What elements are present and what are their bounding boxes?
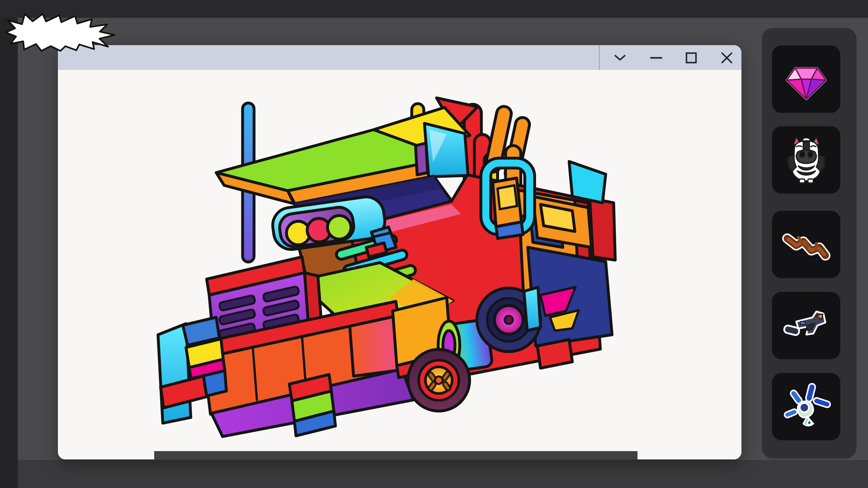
preview-window <box>58 45 741 459</box>
sidebar-item-gem[interactable] <box>772 45 840 113</box>
app-logo <box>2 9 118 54</box>
maximize-icon[interactable] <box>679 49 704 67</box>
branch-icon <box>781 219 831 270</box>
bottom-bar <box>0 460 868 488</box>
minimize-icon[interactable] <box>644 49 669 67</box>
window-title-bar[interactable] <box>58 45 741 70</box>
drone-icon <box>781 382 831 432</box>
truck-illustration <box>152 96 642 459</box>
sidebar-item-zebra[interactable] <box>772 126 840 193</box>
gem-icon <box>781 54 831 104</box>
logo-burst <box>5 11 115 53</box>
chevron-down-icon[interactable] <box>607 49 633 67</box>
image-canvas <box>58 70 741 459</box>
ruler-vertical <box>0 0 18 488</box>
sidebar-item-branch[interactable] <box>772 211 840 278</box>
ruler-horizontal <box>0 0 868 18</box>
item-sidebar <box>762 28 857 458</box>
close-icon[interactable] <box>714 49 740 67</box>
gun-icon <box>781 300 831 350</box>
zebra-icon <box>781 135 831 185</box>
title-bar-divider <box>599 45 600 70</box>
sidebar-item-gun[interactable] <box>772 292 840 359</box>
sidebar-item-drone[interactable] <box>772 373 840 440</box>
